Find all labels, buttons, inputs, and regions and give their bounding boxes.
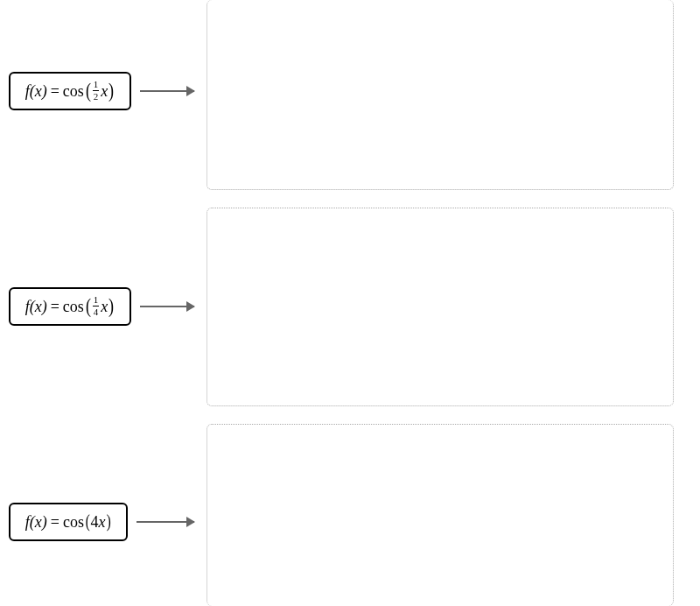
formula-lparen-2: ( <box>86 295 91 316</box>
formula-fraction-2: 1 4 <box>93 295 100 317</box>
formula-xarg-2: x <box>101 298 108 316</box>
formula-equals-1: = <box>51 82 60 101</box>
formula-xarg-1: x <box>101 82 108 101</box>
formula-content-2: f(x) = cos ( 1 4 x ) <box>25 296 116 318</box>
formula-fraction-1: 1 2 <box>93 80 100 102</box>
formula-coef-3: 4 <box>91 513 99 532</box>
formula-rparen-1: ) <box>108 80 114 101</box>
formula-rparen-2: ) <box>108 295 114 316</box>
formula-lparen-1: ( <box>86 80 91 101</box>
formula-box-2[interactable]: f(x) = cos ( 1 4 x ) <box>9 287 131 326</box>
formula-frac-den-2: 4 <box>93 306 100 317</box>
formula-equals-3: = <box>51 513 60 532</box>
formula-cos-3: cos <box>63 513 84 532</box>
formula-cos-1: cos <box>63 82 84 101</box>
formula-equals-2: = <box>51 298 60 316</box>
formula-fx-3: f(x) <box>25 513 47 532</box>
formula-lparen-3: ( <box>86 512 90 530</box>
dropzone-1[interactable] <box>206 0 674 190</box>
arrow-3 <box>136 521 194 523</box>
formula-xarg-3: x <box>99 513 106 532</box>
arrow-1 <box>140 90 194 92</box>
dropzone-3[interactable] <box>206 424 674 606</box>
formula-content-1: f(x) = cos ( 1 2 x ) <box>25 81 116 102</box>
formula-fx-1: f(x) <box>25 82 47 101</box>
formula-frac-num-1: 1 <box>93 80 100 90</box>
stage: f(x) = cos ( 1 2 x ) f(x) = cos ( 1 4 x … <box>0 0 700 606</box>
formula-box-1[interactable]: f(x) = cos ( 1 2 x ) <box>9 72 131 110</box>
formula-frac-den-1: 2 <box>93 90 100 102</box>
formula-frac-num-2: 1 <box>93 295 100 306</box>
dropzone-2[interactable] <box>206 208 674 406</box>
formula-cos-2: cos <box>63 298 84 316</box>
formula-box-3[interactable]: f(x) = cos ( 4 x ) <box>9 503 128 541</box>
formula-content-3: f(x) = cos ( 4 x ) <box>25 513 111 532</box>
formula-rparen-3: ) <box>106 512 110 530</box>
arrow-2 <box>140 306 194 307</box>
formula-fx-2: f(x) <box>25 298 47 316</box>
